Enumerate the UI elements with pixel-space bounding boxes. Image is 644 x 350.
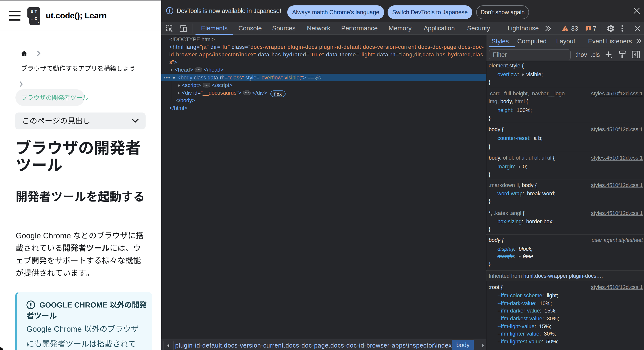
svg-text:U: U xyxy=(30,9,33,15)
svg-text:.: . xyxy=(30,16,33,22)
svg-text:↩: ↩ xyxy=(36,21,39,25)
svg-text:T: T xyxy=(34,9,37,15)
svg-text:C: C xyxy=(34,16,37,22)
